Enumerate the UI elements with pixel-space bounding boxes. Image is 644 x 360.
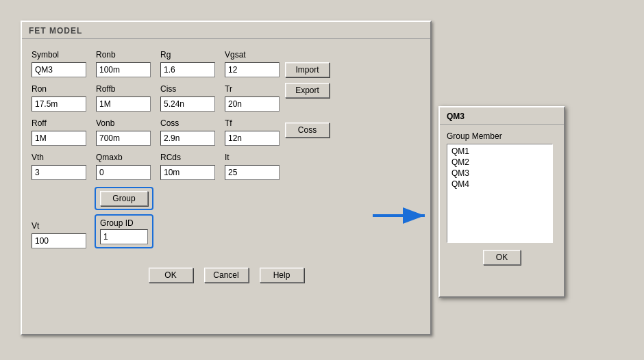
ciss-label: Ciss	[160, 84, 215, 95]
group-dialog: QM3 Group Member QM1 QM2 QM3 QM4 OK	[438, 106, 565, 298]
tf-input[interactable]	[225, 131, 280, 146]
group-dialog-title: QM3	[440, 107, 564, 125]
right-panel: Import Export Coss	[285, 50, 330, 138]
dialog-title: FET MODEL	[22, 22, 430, 39]
coss-input[interactable]	[160, 131, 215, 146]
symbol-label: Symbol	[32, 50, 86, 61]
qmaxb-field: Qmaxb	[96, 153, 151, 180]
bottom-buttons: OK Cancel Help	[32, 261, 421, 283]
group-member-label: Group Member	[447, 131, 557, 141]
group-id-label: Group ID	[100, 218, 148, 228]
coss-field: Coss	[160, 118, 215, 146]
arrow-icon	[371, 202, 433, 229]
ciss-field: Ciss	[160, 84, 215, 112]
ron-label: Ron	[32, 84, 86, 95]
rg-field: Rg	[160, 50, 215, 77]
cancel-button[interactable]: Cancel	[204, 268, 249, 283]
tr-label: Tr	[225, 84, 280, 95]
symbol-input[interactable]	[32, 62, 86, 77]
group-dialog-ok-button[interactable]: OK	[483, 250, 521, 265]
it-field: It	[225, 153, 280, 180]
qmaxb-label: Qmaxb	[96, 153, 151, 164]
fet-model-dialog: FET MODEL Symbol Ronb Rg	[21, 21, 432, 335]
rg-label: Rg	[160, 50, 215, 61]
symbol-field: Symbol	[32, 50, 86, 77]
vgsat-field: Vgsat	[225, 50, 280, 77]
vgsat-input[interactable]	[225, 62, 280, 77]
group-dialog-btn-row: OK	[447, 250, 557, 265]
ok-button[interactable]: OK	[149, 268, 193, 283]
ciss-input[interactable]	[160, 97, 215, 112]
it-input[interactable]	[225, 165, 280, 180]
tr-field: Tr	[225, 84, 280, 112]
list-item[interactable]: QM2	[449, 157, 551, 168]
export-button[interactable]: Export	[285, 83, 330, 98]
ron-field: Ron	[32, 84, 86, 112]
group-id-highlight-box: Group ID	[95, 214, 153, 248]
group-highlight-box: Group	[95, 187, 153, 210]
coss-button[interactable]: Coss	[285, 123, 330, 138]
list-item[interactable]: QM4	[449, 179, 551, 190]
group-member-listbox[interactable]: QM1 QM2 QM3 QM4	[447, 144, 553, 243]
group-id-input[interactable]	[100, 229, 148, 244]
list-item[interactable]: QM1	[449, 146, 551, 157]
vonb-label: Vonb	[96, 118, 151, 129]
vt-label: Vt	[32, 221, 86, 232]
vt-input[interactable]	[32, 233, 86, 248]
import-button[interactable]: Import	[285, 62, 330, 77]
group-button[interactable]: Group	[100, 191, 148, 206]
ronb-input[interactable]	[96, 62, 151, 77]
rg-input[interactable]	[160, 62, 215, 77]
roffb-label: Roffb	[96, 84, 151, 95]
tf-label: Tf	[225, 118, 280, 129]
it-label: It	[225, 153, 280, 164]
roffb-field: Roffb	[96, 84, 151, 112]
roffb-input[interactable]	[96, 97, 151, 112]
coss-label: Coss	[160, 118, 215, 129]
tf-field: Tf	[225, 118, 280, 146]
vth-label: Vth	[32, 153, 86, 164]
tr-input[interactable]	[225, 97, 280, 112]
vgsat-label: Vgsat	[225, 50, 280, 61]
vonb-input[interactable]	[96, 131, 151, 146]
rcds-label: RCds	[160, 153, 215, 164]
rcds-input[interactable]	[160, 165, 215, 180]
vonb-field: Vonb	[96, 118, 151, 146]
roff-field: Roff	[32, 118, 86, 146]
vth-field: Vth	[32, 153, 86, 180]
help-button[interactable]: Help	[260, 268, 304, 283]
roff-label: Roff	[32, 118, 86, 129]
vth-input[interactable]	[32, 165, 86, 180]
qmaxb-input[interactable]	[96, 165, 151, 180]
vt-field: Vt	[32, 221, 86, 248]
roff-input[interactable]	[32, 131, 86, 146]
rcds-field: RCds	[160, 153, 215, 180]
ron-input[interactable]	[32, 97, 86, 112]
ronb-field: Ronb	[96, 50, 151, 77]
ronb-label: Ronb	[96, 50, 151, 61]
list-item[interactable]: QM3	[449, 168, 551, 179]
